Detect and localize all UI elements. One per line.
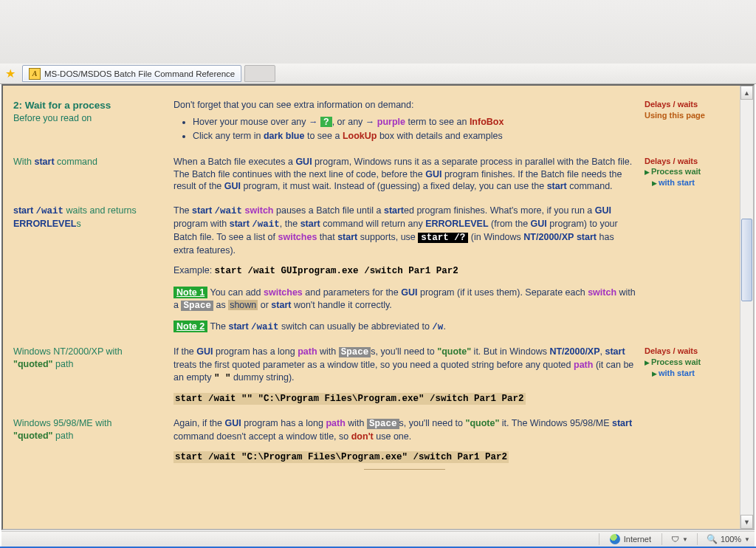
intro-text: Don't forget that you can see extra info… <box>173 99 636 112</box>
zoom-control[interactable]: 🔍 100% ▼ <box>702 534 755 544</box>
section-nt-quoted: Windows NT/2000/XP with "quoted" path If… <box>13 346 729 405</box>
question-icon[interactable]: ? <box>320 117 332 127</box>
gui-link[interactable]: GUI <box>425 169 441 179</box>
new-tab-button[interactable] <box>244 65 275 82</box>
start-link[interactable]: start <box>34 157 54 167</box>
favorites-star-button[interactable]: ★ <box>0 64 21 83</box>
scroll-down-button[interactable]: ▼ <box>740 515 753 529</box>
magnifier-icon: 🔍 <box>707 534 718 544</box>
side-link[interactable]: ▶with start <box>645 177 729 188</box>
start-link[interactable]: start <box>13 205 33 216</box>
space-key: Space <box>181 301 213 311</box>
side-heading: Delays / waits <box>645 156 729 167</box>
page-body: 2: Wait for a process Before you read on… <box>3 86 740 529</box>
section-start-wait: start /wait waits and returns ERRORLEVEL… <box>13 205 729 334</box>
note-badge: Note 1 <box>173 287 207 298</box>
command-line: start /wait "" "C:\Program Files\Program… <box>173 393 526 405</box>
side-heading: Delays / waits <box>645 346 729 357</box>
protected-mode-button[interactable]: 🛡 ▼ <box>667 535 693 544</box>
purple-term[interactable]: purple <box>377 117 405 127</box>
tab-title: MS-DOS/MSDOS Batch File Command Referenc… <box>44 69 235 78</box>
nt-link[interactable]: NT/2000/XP <box>523 232 574 242</box>
errorlevel-link[interactable]: ERRORLEVEL <box>425 219 488 229</box>
hint-item: Hover your mouse over any → ?, or any → … <box>193 116 636 129</box>
vertical-scrollbar[interactable]: ▲ ▼ <box>740 86 753 529</box>
tab-favicon: A <box>29 68 41 80</box>
section-intro: 2: Wait for a process Before you read on… <box>13 99 729 144</box>
side-link[interactable]: Using this page <box>645 110 729 121</box>
side-heading: Delays / waits <box>645 99 729 110</box>
globe-icon <box>610 534 620 544</box>
hint-item: Click any term in dark blue to see a Loo… <box>193 130 636 143</box>
security-zone[interactable]: Internet <box>604 534 657 544</box>
section-start-command: With start command When a Batch file exe… <box>13 156 729 193</box>
note-badge: Note 2 <box>173 321 207 332</box>
switches-term[interactable]: switches <box>278 232 317 242</box>
gui-link[interactable]: GUI <box>224 181 241 191</box>
gui-link[interactable]: GUI <box>295 157 312 167</box>
section-9x-quoted: Windows 95/98/ME with "quoted" path Agai… <box>13 417 729 470</box>
scroll-thumb[interactable] <box>741 219 752 301</box>
command-line: start /wait "C:\Program Files\Program.ex… <box>173 451 509 463</box>
browser-chrome-top <box>0 0 756 64</box>
side-link[interactable]: ▶Process wait <box>645 357 729 368</box>
section-heading: 2: Wait for a process <box>13 99 165 112</box>
status-bar: Internet 🛡 ▼ 🔍 100% ▼ <box>1 531 755 547</box>
active-tab[interactable]: A MS-DOS/MSDOS Batch File Command Refere… <box>22 65 241 82</box>
switch-term[interactable]: switch <box>245 205 274 216</box>
section-subhead: Before you read on <box>13 112 165 125</box>
errorlevel-link[interactable]: ERRORLEVEL <box>13 219 76 229</box>
side-link[interactable]: ▶Process wait <box>645 166 729 177</box>
start-link[interactable]: start <box>547 181 567 191</box>
path-term[interactable]: path <box>298 346 317 357</box>
section-divider <box>364 469 445 470</box>
side-link[interactable]: ▶with start <box>645 368 729 379</box>
content-viewport: 2: Wait for a process Before you read on… <box>1 84 755 530</box>
scroll-up-button[interactable]: ▲ <box>740 86 753 100</box>
command-box: start /? <box>418 233 468 243</box>
example-command: start /wait GUIprogram.exe /switch Par1 … <box>215 266 458 276</box>
tab-strip: ★ A MS-DOS/MSDOS Batch File Command Refe… <box>0 64 756 84</box>
